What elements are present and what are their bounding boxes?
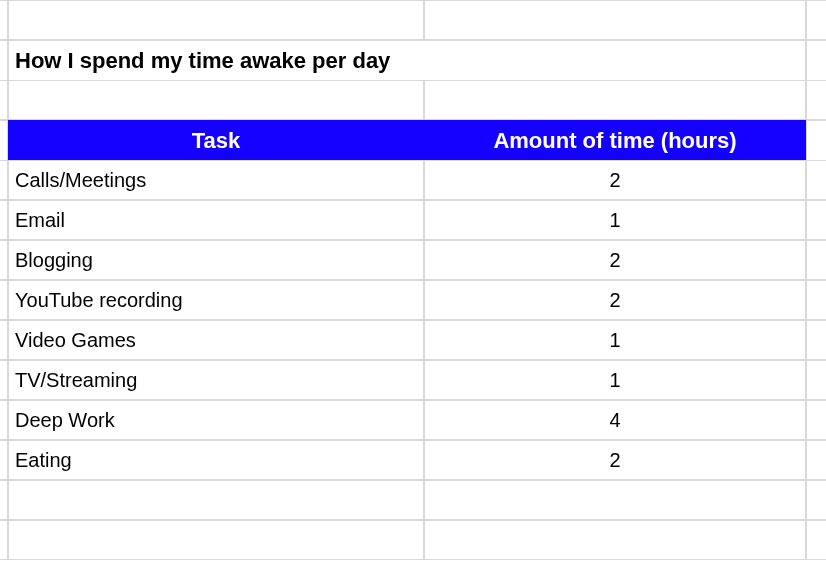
edge-cell <box>806 520 826 560</box>
edge-cell <box>806 360 826 400</box>
edge-cell <box>806 240 826 280</box>
edge-cell <box>806 40 826 82</box>
table-cell-amount[interactable]: 4 <box>424 400 806 440</box>
edge-cell <box>806 480 826 520</box>
table-cell-amount[interactable]: 1 <box>424 200 806 240</box>
edge-cell <box>806 0 826 40</box>
edge-cell <box>806 400 826 440</box>
cell-text: Eating <box>15 449 72 472</box>
table-cell-task[interactable]: Deep Work <box>8 400 424 440</box>
table-cell-task[interactable]: Blogging <box>8 240 424 280</box>
edge-cell <box>0 320 8 360</box>
header-label: Amount of time (hours) <box>493 128 736 154</box>
table-cell-amount[interactable]: 1 <box>424 360 806 400</box>
table-cell-amount[interactable]: 2 <box>424 240 806 280</box>
empty-cell[interactable] <box>8 80 424 120</box>
table-cell-amount[interactable]: 1 <box>424 320 806 360</box>
cell-text: 2 <box>609 169 620 192</box>
sheet-title: How I spend my time awake per day <box>15 48 390 74</box>
edge-cell <box>806 280 826 320</box>
cell-text: 1 <box>609 329 620 352</box>
cell-text: Video Games <box>15 329 136 352</box>
edge-cell <box>0 0 8 40</box>
cell-text: TV/Streaming <box>15 369 137 392</box>
edge-cell <box>0 440 8 480</box>
edge-cell <box>806 160 826 200</box>
empty-cell[interactable] <box>8 520 424 560</box>
empty-cell[interactable] <box>8 0 424 40</box>
edge-cell <box>806 80 826 120</box>
edge-cell <box>0 480 8 520</box>
cell-text: 2 <box>609 249 620 272</box>
edge-cell <box>0 120 8 162</box>
cell-text: 1 <box>609 209 620 232</box>
cell-text: 2 <box>609 449 620 472</box>
cell-text: 2 <box>609 289 620 312</box>
edge-cell <box>806 200 826 240</box>
column-header-amount[interactable]: Amount of time (hours) <box>424 120 806 162</box>
edge-cell <box>0 200 8 240</box>
header-label: Task <box>192 128 241 154</box>
edge-cell <box>806 320 826 360</box>
empty-cell[interactable] <box>424 80 806 120</box>
edge-cell <box>0 280 8 320</box>
empty-cell[interactable] <box>424 480 806 520</box>
empty-cell[interactable] <box>424 520 806 560</box>
table-cell-amount[interactable]: 2 <box>424 440 806 480</box>
cell-text: Email <box>15 209 65 232</box>
table-cell-task[interactable]: Video Games <box>8 320 424 360</box>
cell-text: Blogging <box>15 249 93 272</box>
table-cell-task[interactable]: Calls/Meetings <box>8 160 424 200</box>
edge-cell <box>0 520 8 560</box>
spreadsheet-grid[interactable]: How I spend my time awake per day Task A… <box>0 0 826 560</box>
empty-cell[interactable] <box>424 0 806 40</box>
table-cell-task[interactable]: Email <box>8 200 424 240</box>
cell-text: YouTube recording <box>15 289 183 312</box>
cell-text: Calls/Meetings <box>15 169 146 192</box>
table-cell-task[interactable]: Eating <box>8 440 424 480</box>
sheet-title-cell[interactable]: How I spend my time awake per day <box>8 40 806 82</box>
empty-cell[interactable] <box>8 480 424 520</box>
table-cell-task[interactable]: YouTube recording <box>8 280 424 320</box>
cell-text: 4 <box>609 409 620 432</box>
cell-text: 1 <box>609 369 620 392</box>
edge-cell <box>806 120 826 162</box>
edge-cell <box>0 160 8 200</box>
edge-cell <box>0 400 8 440</box>
column-header-task[interactable]: Task <box>8 120 424 162</box>
cell-text: Deep Work <box>15 409 115 432</box>
edge-cell <box>0 80 8 120</box>
table-cell-amount[interactable]: 2 <box>424 160 806 200</box>
edge-cell <box>806 440 826 480</box>
edge-cell <box>0 40 8 82</box>
edge-cell <box>0 240 8 280</box>
table-cell-amount[interactable]: 2 <box>424 280 806 320</box>
edge-cell <box>0 360 8 400</box>
table-cell-task[interactable]: TV/Streaming <box>8 360 424 400</box>
